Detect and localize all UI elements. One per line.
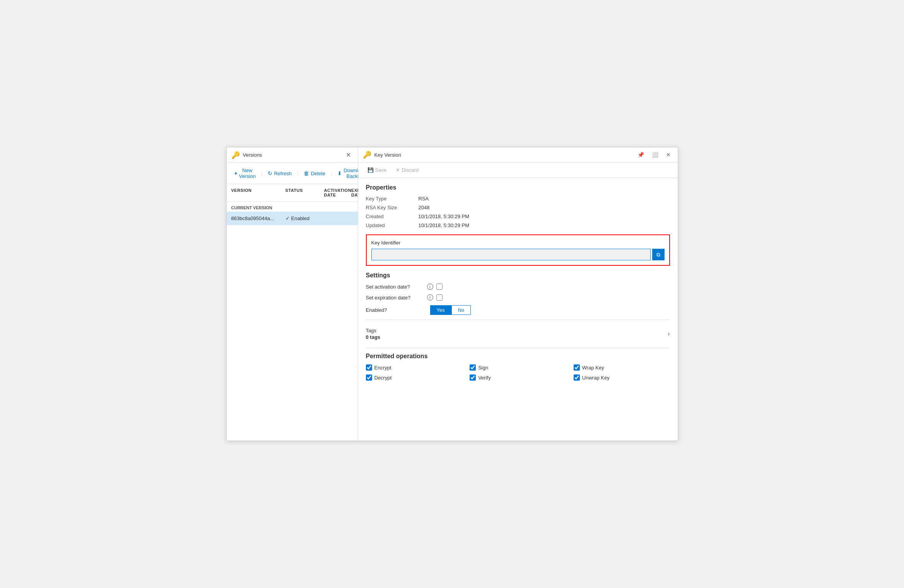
tags-row[interactable]: Tags 0 tags › (366, 325, 670, 343)
enabled-label: Enabled? (366, 307, 424, 313)
key-type-label: Key Type (366, 196, 412, 202)
tags-left: Tags 0 tags (366, 328, 381, 340)
row-status-label: Enabled (291, 215, 310, 221)
created-value: 10/1/2018, 5:30:29 PM (419, 214, 470, 219)
right-panel-title: Key Version (374, 152, 401, 158)
op-wrap-key: Wrap Key (574, 364, 670, 371)
decrypt-label: Decrypt (374, 375, 392, 381)
toolbar-sep-1: | (261, 171, 262, 176)
right-header-left: 🔑 Key Version (363, 150, 401, 159)
row-key-id: 863bc8a095044a... (231, 215, 285, 221)
unwrap-key-label: Unwrap Key (582, 375, 610, 381)
tags-count: 0 tags (366, 334, 381, 340)
created-row: Created 10/1/2018, 5:30:29 PM (366, 214, 670, 219)
left-key-icon: 🔑 (231, 151, 240, 159)
right-key-icon: 🔑 (363, 150, 371, 159)
key-id-input-row: ⧉ (371, 249, 665, 260)
left-toolbar: + New Version | ↻ Refresh | 🗑 Delete | ⬇… (227, 163, 358, 184)
download-icon: ⬇ (337, 170, 342, 176)
properties-heading: Properties (366, 184, 670, 191)
col-activation: ACTIVATION DATE (324, 188, 352, 197)
ops-grid: Encrypt Sign Wrap Key Decrypt Verif (366, 364, 670, 381)
key-id-label: Key Identifier (371, 240, 665, 246)
op-decrypt: Decrypt (366, 374, 462, 381)
check-icon: ✓ (285, 215, 290, 221)
new-version-label: New Version (239, 168, 256, 179)
refresh-button[interactable]: ↻ Refresh (265, 169, 295, 178)
save-button[interactable]: 💾 Save (364, 166, 390, 174)
right-close-button[interactable]: ✕ (664, 151, 673, 159)
key-type-row: Key Type RSA (366, 196, 670, 202)
updated-label: Updated (366, 222, 412, 228)
left-panel-title-row: 🔑 Versions (231, 151, 262, 159)
op-sign: Sign (470, 364, 566, 371)
right-toolbar: 💾 Save ✕ Discard (358, 162, 678, 178)
left-panel-title: Versions (243, 152, 262, 158)
left-panel: 🔑 Versions ✕ + New Version | ↻ Refresh |… (227, 147, 358, 441)
pin-button[interactable]: 📌 (635, 151, 646, 159)
key-id-input[interactable] (371, 249, 651, 260)
table-header: VERSION STATUS ACTIVATION DATE EXPIRATIO… (227, 184, 358, 202)
sign-label: Sign (478, 365, 488, 371)
current-version-label: CURRENT VERSION (227, 202, 358, 212)
delete-label: Delete (311, 171, 325, 176)
new-version-button[interactable]: + New Version (231, 166, 259, 181)
activation-info-icon: i (427, 284, 433, 290)
row-status: ✓ Enabled (285, 215, 324, 221)
copy-icon: ⧉ (656, 251, 660, 258)
refresh-icon: ↻ (268, 170, 272, 176)
expiration-date-label: Set expiration date? (366, 295, 424, 301)
encrypt-checkbox[interactable] (366, 364, 372, 371)
right-panel: 🔑 Key Version 📌 ⬜ ✕ 💾 Save ✕ Discard P (358, 147, 678, 441)
activation-date-row: Set activation date? i (366, 284, 670, 290)
toolbar-sep-3: | (331, 171, 332, 176)
activation-date-label: Set activation date? (366, 284, 424, 290)
delete-button[interactable]: 🗑 Delete (301, 169, 328, 178)
rsa-key-size-value: 2048 (419, 205, 430, 210)
key-identifier-section: Key Identifier ⧉ (366, 234, 670, 266)
expiration-date-row: Set expiration date? i (366, 294, 670, 301)
rsa-key-size-row: RSA Key Size 2048 (366, 205, 670, 210)
divider-1 (366, 320, 670, 320)
save-icon: 💾 (367, 167, 374, 173)
activation-date-checkbox[interactable] (436, 284, 443, 290)
tags-chevron-icon: › (668, 330, 670, 337)
op-verify: Verify (470, 374, 566, 381)
enabled-row: Enabled? Yes No (366, 305, 670, 315)
col-status: STATUS (285, 188, 324, 197)
refresh-label: Refresh (274, 171, 292, 176)
discard-label: Discard (402, 167, 419, 173)
expiration-date-checkbox[interactable] (436, 294, 443, 301)
discard-icon: ✕ (396, 167, 400, 173)
enabled-toggle-group: Yes No (430, 305, 471, 315)
enabled-yes-button[interactable]: Yes (430, 305, 451, 315)
unwrap-key-checkbox[interactable] (574, 374, 580, 381)
left-panel-header: 🔑 Versions ✕ (227, 147, 358, 163)
decrypt-checkbox[interactable] (366, 374, 372, 381)
updated-value: 10/1/2018, 5:30:29 PM (419, 222, 470, 228)
right-header-controls: 📌 ⬜ ✕ (635, 151, 673, 159)
wrap-key-checkbox[interactable] (574, 364, 580, 371)
sign-checkbox[interactable] (470, 364, 476, 371)
left-close-button[interactable]: ✕ (343, 150, 353, 159)
maximize-button[interactable]: ⬜ (649, 151, 661, 159)
verify-label: Verify (478, 375, 491, 381)
table-row[interactable]: 863bc8a095044a... ✓ Enabled (227, 212, 358, 225)
key-type-value: RSA (419, 196, 429, 202)
discard-button[interactable]: ✕ Discard (393, 166, 422, 174)
copy-button[interactable]: ⧉ (652, 249, 665, 260)
right-content: Properties Key Type RSA RSA Key Size 204… (358, 178, 678, 441)
encrypt-label: Encrypt (374, 365, 391, 371)
enabled-no-button[interactable]: No (451, 305, 471, 315)
right-panel-header: 🔑 Key Version 📌 ⬜ ✕ (358, 147, 678, 162)
verify-checkbox[interactable] (470, 374, 476, 381)
col-version: VERSION (231, 188, 285, 197)
op-encrypt: Encrypt (366, 364, 462, 371)
rsa-key-size-label: RSA Key Size (366, 205, 412, 210)
tags-title: Tags (366, 328, 381, 333)
delete-icon: 🗑 (304, 170, 309, 176)
save-label: Save (375, 167, 387, 173)
toolbar-sep-2: | (297, 171, 298, 176)
updated-row: Updated 10/1/2018, 5:30:29 PM (366, 222, 670, 228)
permitted-ops-heading: Permitted operations (366, 353, 670, 360)
